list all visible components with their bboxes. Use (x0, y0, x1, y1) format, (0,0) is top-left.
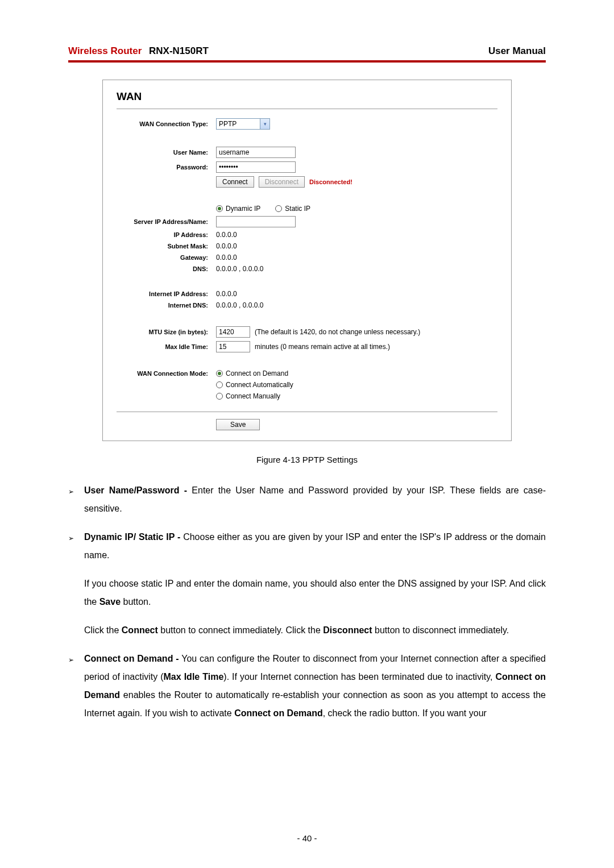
p1-c: button. (121, 597, 151, 607)
b2-bold: Dynamic IP/ Static IP - (84, 532, 180, 542)
static-ip-label: Static IP (285, 205, 310, 213)
row-maxidle: Max Idle Time: minutes (0 means remain a… (117, 341, 497, 352)
row-conn-mode-auto: Connect Automatically (117, 381, 497, 389)
page-header: Wireless Router RNX-N150RT User Manual (68, 45, 546, 60)
connect-demand-label: Connect on Demand (226, 369, 288, 377)
row-conn-mode: WAN Connection Mode: Connect on Demand (117, 369, 497, 377)
disconnect-button[interactable]: Disconnect (259, 176, 305, 188)
conn-mode-label: WAN Connection Mode: (117, 370, 216, 377)
bullet-icon: ➢ (68, 528, 84, 564)
internet-ip-value: 0.0.0.0 (216, 290, 237, 298)
radio-icon (216, 205, 223, 212)
radio-connect-manual[interactable]: Connect Manually (216, 392, 280, 400)
row-subnet: Subnet Mask: 0.0.0.0 (117, 242, 497, 250)
panel-title: WAN (117, 90, 497, 103)
dns-label: DNS: (117, 265, 216, 272)
server-ip-input[interactable] (216, 216, 296, 227)
para-static-dns: If you choose static IP and enter the do… (84, 575, 546, 611)
save-button[interactable]: Save (216, 419, 260, 430)
internet-ip-label: Internet IP Address: (117, 290, 216, 297)
row-server-ip: Server IP Address/Name: (117, 216, 497, 227)
subnet-label: Subnet Mask: (117, 243, 216, 250)
mtu-input[interactable] (216, 326, 250, 338)
wan-conn-type-label: WAN Connection Type: (117, 121, 216, 127)
radio-connect-demand[interactable]: Connect on Demand (216, 369, 288, 377)
page-number: - 40 - (0, 833, 614, 843)
row-internet-dns: Internet DNS: 0.0.0.0 , 0.0.0.0 (117, 301, 497, 309)
row-username: User Name: (117, 147, 497, 158)
p2-a: Click the (84, 625, 122, 635)
connect-manual-label: Connect Manually (226, 392, 280, 400)
password-input[interactable] (216, 161, 296, 173)
row-conn-type: WAN Connection Type: PPTP ▾ (117, 118, 497, 130)
para-connect-disconnect: Click the Connect button to connect imme… (84, 621, 546, 639)
bullet-icon: ➢ (68, 650, 84, 722)
save-row: Save (117, 419, 497, 430)
model-number: RNX-N150RT (149, 45, 209, 56)
p2-c: button to connect immediately. Click the (158, 625, 323, 635)
mtu-label: MTU Size (in bytes): (117, 329, 216, 335)
radio-icon (216, 381, 223, 388)
username-label: User Name: (117, 149, 216, 156)
router-label: Wireless Router (68, 45, 142, 56)
bullet-username-password: ➢ User Name/Password - Enter the User Na… (68, 481, 546, 518)
wan-conn-type-select[interactable]: PPTP ▾ (216, 118, 270, 130)
p2-e: button to disconnect immediately. (372, 625, 509, 635)
server-ip-label: Server IP Address/Name: (117, 218, 216, 225)
maxidle-input[interactable] (216, 341, 250, 352)
mtu-hint: (The default is 1420, do not change unle… (255, 328, 420, 336)
radio-icon (216, 393, 223, 400)
row-mtu: MTU Size (in bytes): (The default is 142… (117, 326, 497, 338)
radio-icon (216, 370, 223, 377)
ip-address-value: 0.0.0.0 (216, 231, 237, 239)
b3-bold: Connect on Demand - (84, 654, 179, 663)
gateway-value: 0.0.0.0 (216, 254, 237, 261)
p2-d: Disconnect (323, 625, 372, 635)
bullet-dynamic-static: ➢ Dynamic IP/ Static IP - Choose either … (68, 528, 546, 564)
header-divider (68, 60, 546, 63)
maxidle-label: Max Idle Time: (117, 343, 216, 350)
row-ip-address: IP Address: 0.0.0.0 (117, 231, 497, 239)
wan-conn-type-value: PPTP (217, 120, 260, 128)
header-right: User Manual (488, 45, 546, 57)
radio-dynamic-ip[interactable]: Dynamic IP (216, 205, 260, 213)
p1-b: Save (99, 597, 121, 607)
b3-b: Max Idle Time (164, 672, 224, 682)
row-conn-mode-manual: Connect Manually (117, 392, 497, 400)
b1-bold: User Name/Password - (84, 485, 187, 495)
row-dns: DNS: 0.0.0.0 , 0.0.0.0 (117, 265, 497, 273)
wan-panel: WAN WAN Connection Type: PPTP ▾ User Nam… (102, 80, 512, 441)
maxidle-hint: minutes (0 means remain active at all ti… (255, 343, 390, 351)
bullet-icon: ➢ (68, 481, 84, 518)
ip-address-label: IP Address: (117, 231, 216, 238)
dynamic-ip-label: Dynamic IP (226, 205, 260, 213)
radio-static-ip[interactable]: Static IP (275, 205, 310, 213)
b3-f: Connect on Demand (234, 708, 323, 718)
gateway-label: Gateway: (117, 254, 216, 261)
internet-dns-label: Internet DNS: (117, 302, 216, 309)
row-connect-buttons: Connect Disconnect Disconnected! (117, 176, 497, 188)
panel-body: WAN Connection Type: PPTP ▾ User Name: P… (117, 109, 497, 412)
row-gateway: Gateway: 0.0.0.0 (117, 254, 497, 261)
row-password: Password: (117, 161, 497, 173)
row-internet-ip: Internet IP Address: 0.0.0.0 (117, 290, 497, 298)
b3-g: , check the radio button. If you want yo… (323, 708, 487, 718)
internet-dns-value: 0.0.0.0 , 0.0.0.0 (216, 301, 263, 309)
p2-b: Connect (122, 625, 158, 635)
radio-icon (275, 205, 282, 212)
subnet-value: 0.0.0.0 (216, 242, 237, 250)
dns-value: 0.0.0.0 , 0.0.0.0 (216, 265, 263, 273)
chevron-down-icon: ▾ (260, 119, 269, 129)
b3-c: ). If your Internet connection has been … (223, 672, 495, 682)
figure-caption: Figure 4-13 PPTP Settings (68, 455, 546, 464)
username-input[interactable] (216, 147, 296, 158)
connect-button[interactable]: Connect (216, 176, 254, 188)
radio-connect-auto[interactable]: Connect Automatically (216, 381, 293, 389)
row-ip-mode: Dynamic IP Static IP (117, 205, 497, 213)
bullet-connect-demand: ➢ Connect on Demand - You can configure … (68, 650, 546, 722)
connection-status: Disconnected! (309, 178, 352, 185)
connect-auto-label: Connect Automatically (226, 381, 293, 389)
header-left: Wireless Router RNX-N150RT (68, 45, 209, 57)
password-label: Password: (117, 164, 216, 171)
p1-a: If you choose static IP and enter the do… (84, 579, 546, 607)
